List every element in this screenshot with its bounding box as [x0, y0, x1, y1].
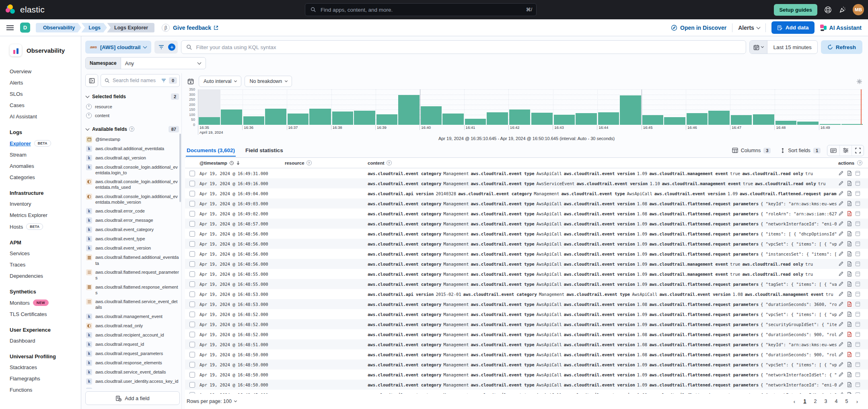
- breadcrumb-logs[interactable]: Logs: [81, 23, 107, 33]
- tab-documents[interactable]: Documents (3,602): [186, 144, 236, 157]
- edit-icon[interactable]: [838, 342, 844, 347]
- breakdown-selector[interactable]: No breakdown: [245, 76, 292, 87]
- row-checkbox[interactable]: [189, 372, 195, 378]
- histogram-bar[interactable]: [508, 89, 531, 125]
- sidebar-item-anomalies[interactable]: Anomalies: [10, 163, 78, 169]
- edit-icon[interactable]: [838, 332, 844, 337]
- row-checkbox[interactable]: [189, 241, 195, 247]
- expand-row-icon[interactable]: [855, 382, 861, 388]
- histogram-bar[interactable]: [664, 89, 686, 125]
- row-checkbox[interactable]: [189, 302, 195, 307]
- histogram-bar[interactable]: [486, 89, 508, 125]
- interval-selector[interactable]: Auto interval: [199, 76, 241, 87]
- edit-icon[interactable]: [838, 382, 844, 388]
- sidebar-item-cases[interactable]: Cases: [10, 102, 78, 108]
- fields-scrollbar[interactable]: [179, 134, 181, 202]
- edit-icon[interactable]: [838, 181, 844, 186]
- sidebar-item-services[interactable]: Services: [10, 250, 78, 256]
- time-range-value[interactable]: Last 15 minutes: [767, 44, 817, 50]
- table-row[interactable]: Apr 19, 2024 @ 16:49:04.000aws.cloudtrai…: [185, 188, 868, 198]
- row-checkbox[interactable]: [189, 342, 195, 347]
- table-row[interactable]: Apr 19, 2024 @ 16:48:50.000aws.cloudtrai…: [185, 380, 868, 390]
- open-document-icon[interactable]: [847, 221, 852, 227]
- expand-row-icon[interactable]: [855, 271, 861, 277]
- table-row[interactable]: Apr 19, 2024 @ 16:48:56.000aws.cloudtrai…: [185, 259, 868, 269]
- sidebar-item-functions[interactable]: Functions: [10, 387, 78, 393]
- expand-row-icon[interactable]: [855, 201, 861, 207]
- expand-row-icon[interactable]: [855, 171, 861, 176]
- open-document-icon[interactable]: [847, 372, 852, 378]
- log-events-histogram[interactable]: 350300250200150100500 16:35April 19, 202…: [185, 89, 864, 134]
- expand-row-icon[interactable]: [855, 261, 861, 267]
- table-row[interactable]: Apr 19, 2024 @ 16:49:16.000aws.cloudtrai…: [185, 178, 868, 188]
- row-checkbox[interactable]: [189, 261, 195, 267]
- give-feedback-link[interactable]: Give feedback: [173, 25, 218, 31]
- open-document-icon[interactable]: [847, 261, 852, 267]
- row-settings-button[interactable]: [839, 145, 852, 156]
- calendar-dropdown-button[interactable]: [750, 41, 767, 54]
- degraded-document-icon[interactable]: [847, 302, 852, 307]
- add-data-button[interactable]: Add data: [771, 21, 815, 34]
- field-item[interactable]: kaws.cloudtrail.user_identity.access_key…: [85, 377, 180, 386]
- menu-icon[interactable]: [6, 25, 14, 30]
- open-document-icon[interactable]: [847, 171, 852, 176]
- row-checkbox[interactable]: [189, 201, 195, 207]
- sidebar-item-overview[interactable]: Overview: [10, 68, 78, 74]
- degraded-document-icon[interactable]: [847, 211, 852, 217]
- open-document-icon[interactable]: [847, 322, 852, 327]
- histogram-bar[interactable]: [287, 89, 309, 125]
- sidebar-item-slos[interactable]: SLOs: [10, 91, 78, 97]
- row-checkbox[interactable]: [189, 191, 195, 196]
- available-fields-header[interactable]: Available fields? 87: [85, 124, 180, 135]
- global-search-input[interactable]: Find apps, content, and more. ⌘/: [305, 3, 537, 16]
- field-item[interactable]: kaws.cloudtrail.event_type: [85, 234, 180, 244]
- table-row[interactable]: Apr 19, 2024 @ 16:48:50.000aws.cloudtrai…: [185, 349, 868, 359]
- edit-icon[interactable]: [838, 231, 844, 237]
- expand-row-icon[interactable]: [855, 322, 861, 327]
- field-item[interactable]: aws.cloudtrail.console_login.additional_…: [85, 177, 180, 192]
- field-item[interactable]: kaws.cloudtrail.response_elements: [85, 358, 180, 368]
- sidebar-item-stream[interactable]: Stream: [10, 152, 78, 158]
- page-5[interactable]: 5: [842, 397, 851, 406]
- row-checkbox[interactable]: [189, 362, 195, 368]
- expand-row-icon[interactable]: [855, 332, 861, 337]
- edit-icon[interactable]: [838, 302, 844, 307]
- edit-icon[interactable]: [838, 251, 844, 257]
- histogram-bar[interactable]: [309, 89, 331, 125]
- field-item[interactable]: aws.cloudtrail.flattened.service_event_d…: [85, 297, 180, 312]
- table-row[interactable]: Apr 19, 2024 @ 16:48:50.000aws.cloudtrai…: [185, 359, 868, 370]
- histogram-bar[interactable]: [331, 89, 354, 125]
- table-row[interactable]: Apr 19, 2024 @ 16:48:53.000aws.cloudtrai…: [185, 289, 868, 299]
- histogram-bar[interactable]: [442, 89, 464, 125]
- histogram-bar[interactable]: [642, 89, 664, 125]
- row-checkbox[interactable]: [189, 352, 195, 357]
- sort-desc-icon[interactable]: [236, 161, 240, 165]
- chart-calendar-icon[interactable]: [186, 76, 195, 86]
- table-row[interactable]: Apr 19, 2024 @ 16:48:56.000aws.cloudtrai…: [185, 249, 868, 259]
- field-item[interactable]: kaws.cloudtrail.console_login.additional…: [85, 163, 180, 178]
- degraded-document-icon[interactable]: [847, 332, 852, 337]
- edit-icon[interactable]: [838, 221, 844, 227]
- namespace-selector[interactable]: Namespace Any: [85, 57, 206, 69]
- row-checkbox[interactable]: [189, 251, 195, 257]
- sidebar-item-ai-assistant[interactable]: AI Assistant: [10, 114, 78, 120]
- field-item[interactable]: kaws.cloudtrail.service_event_details: [85, 368, 180, 377]
- sidebar-item-traces[interactable]: Traces: [10, 262, 78, 268]
- open-document-icon[interactable]: [847, 281, 852, 287]
- histogram-bar[interactable]: [708, 89, 730, 125]
- open-document-icon[interactable]: [847, 312, 852, 317]
- histogram-bar[interactable]: [730, 89, 752, 125]
- sidebar-item-inventory[interactable]: Inventory: [10, 201, 78, 207]
- expand-row-icon[interactable]: [855, 211, 861, 217]
- sidebar-item-alerts[interactable]: Alerts: [10, 80, 78, 86]
- header-content[interactable]: content: [368, 161, 385, 165]
- expand-row-icon[interactable]: [855, 342, 861, 347]
- field-item[interactable]: @timestamp: [85, 135, 180, 144]
- table-row[interactable]: Apr 19, 2024 @ 16:48:51.000aws.cloudtrai…: [185, 339, 868, 349]
- histogram-bar[interactable]: [841, 89, 863, 125]
- row-checkbox[interactable]: [189, 312, 195, 317]
- histogram-bar[interactable]: [354, 89, 376, 125]
- table-row[interactable]: Apr 19, 2024 @ 16:49:31.000aws.cloudtrai…: [185, 168, 868, 178]
- row-checkbox[interactable]: [189, 171, 195, 176]
- edit-icon[interactable]: [838, 352, 844, 357]
